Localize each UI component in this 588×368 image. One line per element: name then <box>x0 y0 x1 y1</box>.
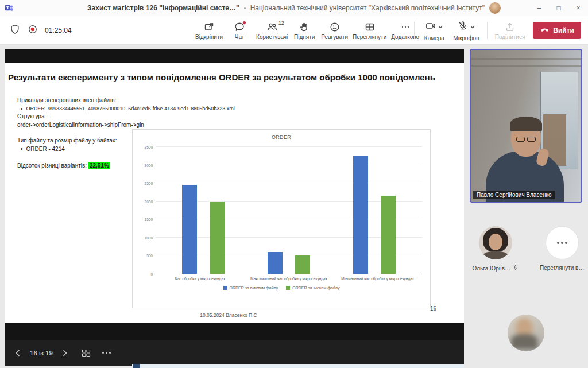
participants-icon: 12 <box>266 21 278 33</box>
teams-meeting-window: Захист магістрів 126 "Інформаційні систе… <box>0 0 588 368</box>
structure-value: order->orderLogisticalInformation->shipF… <box>17 121 264 129</box>
toolbar-divider <box>414 22 415 39</box>
shield-icon <box>9 24 21 37</box>
x-category-label: Мінімальний час обробки у мікросекундах <box>333 277 422 281</box>
more-participants-icon <box>546 226 579 259</box>
meeting-toolbar: 01:25:04 Відкріпити Чат 12 <box>0 16 588 45</box>
chart-legend: ORDER за вмістом файлуORDER за іменем фа… <box>133 286 430 290</box>
view-button[interactable]: Переглянути <box>350 17 389 44</box>
react-button[interactable]: Реагувати <box>319 17 350 44</box>
participants-label: Користувачі <box>256 34 288 40</box>
chart-bar <box>210 202 225 274</box>
legend-item: ORDER за вмістом файлу <box>223 286 278 290</box>
chart-bar <box>182 185 197 274</box>
slide-page-number: 16 <box>430 305 436 312</box>
y-tick-label: 1500 <box>145 218 153 222</box>
chat-button[interactable]: Чат <box>225 17 254 44</box>
microphone-chevron-down-icon[interactable] <box>470 22 475 32</box>
view-label: Переглянути <box>353 34 386 40</box>
participant-avatar <box>479 226 512 259</box>
toolbar-divider <box>487 22 488 39</box>
presenter-video <box>471 50 581 202</box>
next-slide-button[interactable] <box>61 349 69 357</box>
chart-bar <box>381 196 396 274</box>
unpin-label: Відкріпити <box>195 34 223 40</box>
hang-up-phone-icon <box>540 25 550 37</box>
y-tick-label: 0 <box>150 272 153 276</box>
camera-icon <box>425 20 436 34</box>
y-tick-label: 500 <box>146 254 153 258</box>
x-category-label: Максимальний час обробки у мікросекундах <box>245 277 334 281</box>
participant-olga[interactable]: Ольга Юріїв… <box>473 226 519 272</box>
taskbar-app-chip <box>133 364 140 368</box>
slide-grid-view-button[interactable] <box>82 348 91 358</box>
microphone-muted-icon <box>457 20 469 34</box>
chart-x-labels: Час обробки у мікросекундахМаксимальний … <box>156 277 422 281</box>
meeting-timer: 01:25:04 <box>45 26 72 34</box>
bullet-glyph: • <box>21 145 23 153</box>
participant-overflow[interactable]: Переглянути в… <box>540 226 584 272</box>
chart-bar <box>268 252 283 274</box>
microphone-label: Мікрофон <box>453 35 479 41</box>
slide-footer: 10.05.2024 Власенко П.С <box>5 312 452 318</box>
percent-value-highlight: 22,51% <box>88 162 110 169</box>
meeting-title: Захист магістрів 126 "Інформаційні систе… <box>87 4 239 12</box>
chat-icon <box>234 21 245 33</box>
legend-item: ORDER за іменем файлу <box>286 286 339 290</box>
share-label: Поділитися <box>495 34 525 40</box>
presentation-more-options-button[interactable] <box>102 352 111 354</box>
share-icon <box>504 21 516 33</box>
bar-chart: ORDER 0500100015002000250030003500 Час о… <box>132 129 431 308</box>
maximize-button[interactable]: □ <box>549 0 568 16</box>
leave-label: Вийти <box>553 26 574 34</box>
organization-name: Національний технічний університет "Харк… <box>250 4 485 12</box>
chat-label: Чат <box>235 34 245 40</box>
camera-chevron-down-icon[interactable] <box>438 22 443 32</box>
y-tick-label: 3500 <box>145 145 153 149</box>
chart-bar <box>353 156 368 274</box>
participants-panel: Ольга Юріїв… Переглянути в… <box>469 226 588 272</box>
taskbar-sliver <box>132 364 464 368</box>
react-smiley-icon <box>329 21 341 33</box>
title-separator-dot <box>244 7 246 9</box>
percent-label: Відсоток різниці варіантів: <box>17 162 87 169</box>
chat-notification-dot <box>242 21 246 25</box>
chart-plot: 0500100015002000250030003500 <box>156 147 422 274</box>
previous-slide-button[interactable] <box>14 349 22 357</box>
microphone-button[interactable]: Мікрофон <box>451 17 481 44</box>
close-button[interactable]: × <box>568 0 588 16</box>
y-tick-label: 2000 <box>145 199 153 203</box>
profile-avatar[interactable] <box>489 2 501 14</box>
participant-name: Переглянути в… <box>540 265 584 271</box>
participants-button[interactable]: 12 Користувачі <box>254 17 290 44</box>
camera-button[interactable]: Камера <box>420 17 448 44</box>
react-label: Реагувати <box>321 34 348 40</box>
bullet-glyph: • <box>21 105 23 113</box>
raise-hand-label: Підняти <box>294 34 315 40</box>
leave-button[interactable]: Вийти <box>533 22 581 39</box>
unpin-button[interactable]: Відкріпити <box>193 17 225 44</box>
raise-hand-button[interactable]: Підняти <box>290 17 319 44</box>
chart-title: ORDER <box>133 134 430 140</box>
structure-label: Структура : <box>17 113 264 121</box>
y-tick-label: 3000 <box>145 163 153 167</box>
recording-indicator-icon <box>27 24 38 37</box>
examples-heading: Приклади згенерованих імен файлів: <box>17 96 264 104</box>
presenter-video-tile[interactable]: Павло Сергійович Власенко <box>470 49 582 203</box>
slide-title: Результати експерименту з типом повідомл… <box>8 72 452 82</box>
presenter-name-badge: Павло Сергійович Власенко <box>473 191 555 199</box>
slide: Результати експерименту з типом повідомл… <box>5 63 464 323</box>
chart-bar <box>295 255 310 274</box>
presentation-controls-bar: 16 із 19 <box>5 340 464 366</box>
slide-page-indicator: 16 із 19 <box>30 350 53 357</box>
x-category-label: Час обробки у мікросекундах <box>156 277 245 281</box>
y-tick-label: 2500 <box>145 181 153 185</box>
example-file-name: ORDER_9993334445551_4098765000010_5d4c1e… <box>26 105 235 113</box>
mic-muted-icon <box>512 265 519 272</box>
share-button: Поділитися <box>493 17 528 44</box>
participant-name: Ольга Юріїв… <box>473 265 510 272</box>
minimize-button[interactable]: – <box>529 0 549 16</box>
self-view-video[interactable] <box>508 315 544 351</box>
camera-label: Камера <box>424 35 444 41</box>
title-bar: Захист магістрів 126 "Інформаційні систе… <box>0 0 588 16</box>
